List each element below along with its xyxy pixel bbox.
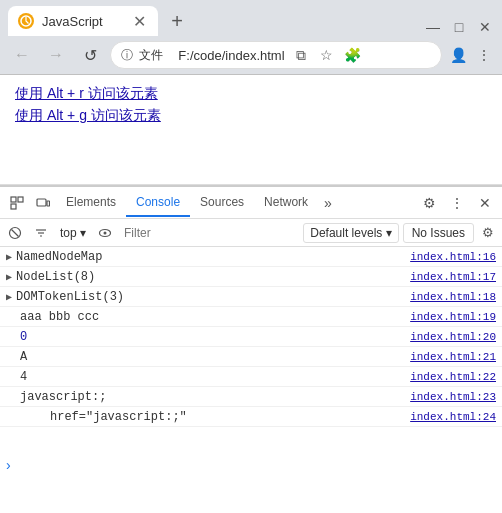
devtools-close-button[interactable]: ✕ [472,190,498,216]
console-value: DOMTokenList(3) [16,290,410,304]
log-levels-selector[interactable]: Default levels ▾ [303,223,398,243]
back-button[interactable]: ← [8,41,36,69]
svg-rect-3 [18,197,23,202]
console-value: 0 [20,330,410,344]
tab-network[interactable]: Network [254,189,318,217]
bookmark-icon[interactable]: ☆ [317,45,337,65]
address-separator [169,48,172,62]
devtools-panel: Elements Console Sources Network » ⚙ ⋮ ✕ [0,185,502,475]
address-bar: ← → ↺ ⓘ 文件 F:/code/index.html ⧉ ☆ 🧩 👤 ⋮ [0,36,502,74]
tab-console[interactable]: Console [126,189,190,217]
console-prompt: › [0,455,502,475]
svg-rect-5 [47,201,50,206]
svg-rect-4 [37,199,46,206]
svg-point-12 [104,231,107,234]
source-link[interactable]: index.html:19 [410,311,496,323]
svg-rect-1 [11,197,16,202]
more-tabs-button[interactable]: » [318,191,338,215]
source-link[interactable]: index.html:17 [410,271,496,283]
page-link-0[interactable]: 使用 Alt + r 访问该元素 [15,85,487,103]
console-output: ▶NamedNodeMapindex.html:16▶NodeList(8)in… [0,247,502,455]
source-link[interactable]: index.html:18 [410,291,496,303]
console-settings-icon[interactable]: ⚙ [478,223,498,243]
expand-arrow[interactable]: ▶ [6,271,12,283]
window-controls: — □ ✕ [416,18,502,36]
svg-line-7 [12,229,19,236]
maximize-button[interactable]: □ [450,18,468,36]
console-row: aaa bbb cccindex.html:19 [0,307,502,327]
filter-toggle-button[interactable] [30,222,52,244]
devtools-actions: ⚙ ⋮ ✕ [416,190,498,216]
console-value: href="javascript:;" [20,410,410,424]
console-row: ▶NamedNodeMapindex.html:16 [0,247,502,267]
prompt-arrow-icon: › [6,457,11,473]
profile-icon[interactable]: 👤 [448,45,468,65]
source-link[interactable]: index.html:20 [410,331,496,343]
address-url: F:/code/index.html [178,48,284,63]
expand-arrow[interactable]: ▶ [6,291,12,303]
source-link[interactable]: index.html:22 [410,371,496,383]
tab-title: JavaScript [42,14,122,29]
address-actions: ⧉ ☆ 🧩 [291,45,363,65]
console-toolbar: top ▾ Default levels ▾ No Issues ⚙ [0,219,502,247]
forward-button[interactable]: → [42,41,70,69]
address-input[interactable]: ⓘ 文件 F:/code/index.html ⧉ ☆ 🧩 [110,41,442,69]
source-link[interactable]: index.html:23 [410,391,496,403]
page-content: 使用 Alt + r 访问该元素 使用 Alt + g 访问该元素 [0,75,502,185]
clear-console-button[interactable] [4,222,26,244]
console-row: 4index.html:22 [0,367,502,387]
browser-chrome: JavaScript ✕ + — □ ✕ ← → ↺ ⓘ 文件 F:/code/… [0,0,502,75]
reload-button[interactable]: ↺ [76,41,104,69]
console-row: href="javascript:;"index.html:24 [0,407,502,427]
context-selector[interactable]: top ▾ [56,224,90,242]
new-tab-button[interactable]: + [162,6,192,36]
device-toolbar-icon[interactable] [30,190,56,216]
eye-icon[interactable] [94,222,116,244]
console-row: ▶NodeList(8)index.html:17 [0,267,502,287]
copy-icon[interactable]: ⧉ [291,45,311,65]
tab-favicon [18,13,34,29]
element-picker-icon[interactable] [4,190,30,216]
console-row: javascript:;index.html:23 [0,387,502,407]
tab-close-button[interactable]: ✕ [130,12,148,30]
tab-bar: JavaScript ✕ + — □ ✕ [0,0,502,36]
console-row: ▶DOMTokenList(3)index.html:18 [0,287,502,307]
console-value: 4 [20,370,410,384]
no-issues-badge[interactable]: No Issues [403,223,474,243]
devtools-more-button[interactable]: ⋮ [444,190,470,216]
console-value: NamedNodeMap [16,250,410,264]
page-link-1[interactable]: 使用 Alt + g 访问该元素 [15,107,487,125]
tab-elements[interactable]: Elements [56,189,126,217]
more-menu-icon[interactable]: ⋮ [474,45,494,65]
minimize-button[interactable]: — [424,18,442,36]
devtools-tabs: Elements Console Sources Network » [56,189,416,217]
console-value: A [20,350,410,364]
devtools-settings-button[interactable]: ⚙ [416,190,442,216]
security-icon: ⓘ [121,47,133,64]
console-row: Aindex.html:21 [0,347,502,367]
console-row: 0index.html:20 [0,327,502,347]
filter-input[interactable] [120,224,299,242]
active-tab[interactable]: JavaScript ✕ [8,6,158,36]
svg-rect-2 [11,204,16,209]
extension-icon[interactable]: 🧩 [343,45,363,65]
source-link[interactable]: index.html:21 [410,351,496,363]
address-protocol-text: 文件 [139,47,163,64]
close-button[interactable]: ✕ [476,18,494,36]
console-value: aaa bbb ccc [20,310,410,324]
source-link[interactable]: index.html:16 [410,251,496,263]
source-link[interactable]: index.html:24 [410,411,496,423]
tab-sources[interactable]: Sources [190,189,254,217]
expand-arrow[interactable]: ▶ [6,251,12,263]
console-value: javascript:; [20,390,410,404]
console-value: NodeList(8) [16,270,410,284]
devtools-header: Elements Console Sources Network » ⚙ ⋮ ✕ [0,187,502,219]
